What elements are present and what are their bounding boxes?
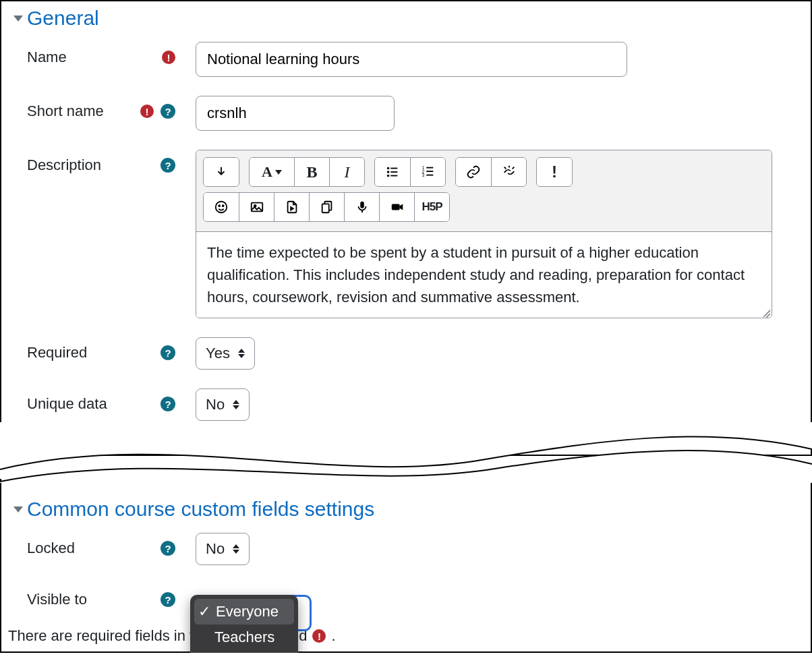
unlink-icon[interactable] <box>491 158 526 186</box>
label-col: Locked ? <box>27 533 196 557</box>
select-caret-icon <box>233 400 239 409</box>
name-input[interactable] <box>196 42 627 77</box>
section-title: General <box>27 7 99 30</box>
collapse-caret-icon <box>13 16 23 22</box>
label-col: Visible to ? <box>27 584 196 608</box>
label-col: Short name ! ? <box>27 96 196 120</box>
dropdown-option-everyone[interactable]: ✓ Everyone <box>194 599 294 625</box>
dropdown-option-teachers[interactable]: Teachers <box>190 625 298 650</box>
select-caret-icon <box>233 544 239 554</box>
description-text: The time expected to be spent by a stude… <box>207 244 745 306</box>
svg-point-14 <box>223 205 224 206</box>
toggle-toolbar-icon[interactable] <box>204 158 239 186</box>
help-icon[interactable]: ? <box>161 397 175 411</box>
font-style-icon[interactable]: A <box>250 158 294 186</box>
h5p-icon[interactable]: H5P <box>414 193 449 221</box>
field-row-description: Description ? A B <box>27 150 804 318</box>
field-label: Name <box>27 49 67 66</box>
svg-rect-19 <box>360 202 364 208</box>
control-col <box>196 42 804 77</box>
link-icon[interactable] <box>456 158 491 186</box>
toolbar-row-1: A B I 123 <box>203 157 765 187</box>
microphone-icon[interactable] <box>344 193 379 221</box>
help-icon[interactable]: ? <box>161 592 175 607</box>
locked-select[interactable]: No <box>196 533 250 565</box>
field-row-name: Name ! <box>27 42 804 77</box>
label-col: Required ? <box>27 337 196 361</box>
label-icons: ? <box>161 158 175 173</box>
svg-point-4 <box>387 175 390 177</box>
svg-text:3: 3 <box>422 173 424 177</box>
bullet-list-icon[interactable] <box>375 158 410 186</box>
svg-rect-9 <box>426 171 433 172</box>
svg-rect-3 <box>390 171 397 173</box>
svg-point-12 <box>216 202 227 213</box>
label-col: Description ? <box>27 150 196 174</box>
common-settings-panel: Common course custom fields settings Loc… <box>0 479 812 653</box>
field-label: Description <box>27 156 101 174</box>
collapse-caret-icon <box>13 506 23 513</box>
option-label: Teachers <box>214 629 274 646</box>
select-value: No <box>206 540 225 558</box>
required-icon: ! <box>140 105 154 118</box>
control-col: A B I 123 <box>196 150 804 318</box>
resize-handle-icon[interactable] <box>761 307 770 316</box>
image-icon[interactable] <box>239 193 274 221</box>
required-fields-note: There are required fields in t d ! . <box>8 620 804 645</box>
label-col: Unique data ? <box>27 388 196 413</box>
select-value: Yes <box>206 345 230 362</box>
svg-rect-7 <box>426 167 433 169</box>
help-icon[interactable]: ? <box>161 158 175 173</box>
control-col <box>196 96 804 131</box>
section-header-general[interactable]: General <box>13 7 804 30</box>
svg-point-2 <box>387 171 390 173</box>
svg-rect-20 <box>391 204 399 210</box>
field-row-locked: Locked ? No <box>27 533 804 565</box>
select-caret-icon <box>238 349 245 358</box>
help-icon[interactable]: ? <box>161 104 175 119</box>
files-icon[interactable] <box>309 193 344 221</box>
field-row-uniquedata: Unique data ? No <box>27 388 804 421</box>
alert-icon[interactable]: ! <box>537 158 572 186</box>
note-dot: . <box>331 627 335 645</box>
dropdown-option-nobody[interactable]: Nobody <box>190 650 298 653</box>
field-row-visibleto: Visible to ? ✓ Everyone Teachers <box>27 584 804 608</box>
visibleto-dropdown: ✓ Everyone Teachers Nobody <box>190 595 298 653</box>
editor-toolbar: A B I 123 <box>196 150 772 232</box>
emoji-icon[interactable] <box>204 193 239 221</box>
check-icon: ✓ <box>198 603 210 620</box>
field-row-required: Required ? Yes <box>27 337 804 370</box>
italic-icon[interactable]: I <box>329 158 364 186</box>
required-icon: ! <box>162 51 175 64</box>
label-col: Name ! <box>27 42 196 66</box>
option-label: Everyone <box>216 603 279 620</box>
general-section-panel: General Name ! Short name ! ? Descriptio… <box>0 0 812 456</box>
shortname-input[interactable] <box>196 96 395 131</box>
field-row-shortname: Short name ! ? <box>27 96 804 131</box>
required-select[interactable]: Yes <box>196 337 255 370</box>
svg-point-0 <box>387 167 390 170</box>
required-icon: ! <box>312 629 326 643</box>
note-text-before: There are required fields in t <box>8 627 194 645</box>
video-icon[interactable] <box>379 193 414 221</box>
description-textarea[interactable]: The time expected to be spent by a stude… <box>196 232 772 318</box>
svg-rect-18 <box>322 204 328 212</box>
section-title: Common course custom fields settings <box>27 498 374 521</box>
help-icon[interactable]: ? <box>161 541 175 556</box>
label-icons: ! ? <box>140 104 175 119</box>
uniquedata-select[interactable]: No <box>196 388 250 421</box>
section-header-common[interactable]: Common course custom fields settings <box>13 498 804 521</box>
help-icon[interactable]: ? <box>161 345 175 360</box>
field-label: Visible to <box>27 591 87 608</box>
media-icon[interactable] <box>274 193 309 221</box>
rich-text-editor: A B I 123 <box>196 150 772 318</box>
svg-rect-1 <box>390 168 397 169</box>
toolbar-row-2: H5P <box>203 192 765 222</box>
svg-point-13 <box>219 205 220 206</box>
select-value: No <box>206 396 225 413</box>
field-label: Unique data <box>27 395 107 413</box>
number-list-icon[interactable]: 123 <box>410 158 445 186</box>
svg-rect-5 <box>390 175 397 177</box>
note-text-after: d <box>299 627 307 645</box>
bold-icon[interactable]: B <box>294 158 329 186</box>
